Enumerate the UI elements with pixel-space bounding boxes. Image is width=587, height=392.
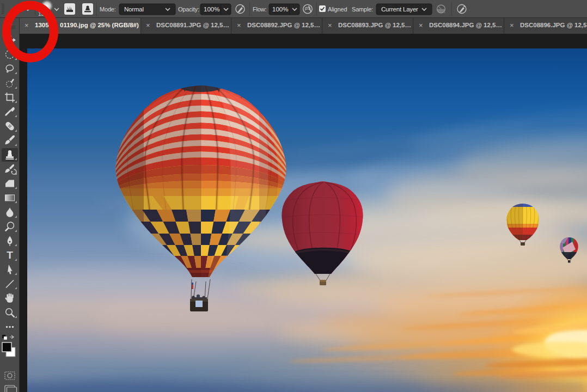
svg-text:Sample:: Sample: (352, 6, 373, 13)
svg-text:Normal: Normal (124, 6, 144, 13)
svg-text:Mode:: Mode: (100, 6, 116, 13)
svg-text:T: T (7, 249, 13, 261)
svg-text:Current Layer: Current Layer (381, 6, 418, 13)
svg-text:13: 13 (38, 11, 45, 17)
svg-text:100%: 100% (272, 6, 288, 13)
svg-text:Aligned: Aligned (328, 6, 347, 13)
svg-text:100%: 100% (204, 6, 219, 13)
svg-text:Opacity:: Opacity: (178, 6, 199, 13)
svg-text:Flow:: Flow: (253, 6, 266, 13)
